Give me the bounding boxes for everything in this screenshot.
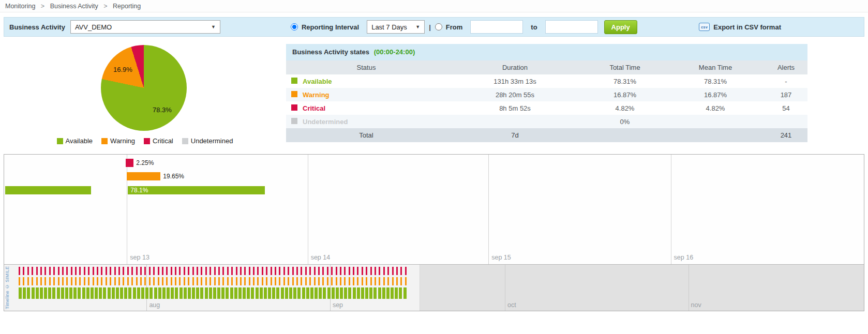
tick — [71, 267, 72, 275]
tick — [226, 287, 229, 299]
tick — [40, 267, 42, 275]
tick — [349, 277, 350, 285]
breadcrumb-business-activity[interactable]: Business Activity — [50, 3, 98, 10]
tick — [141, 287, 144, 299]
tick — [209, 267, 211, 275]
timeline-overview[interactable]: Timeline © SIMILE augsepoctnov — [4, 265, 864, 311]
legend-item-available: Available — [57, 137, 93, 145]
tick — [391, 287, 394, 299]
tick — [357, 267, 358, 275]
tick — [289, 287, 292, 299]
warning-bar-label: 19.65% — [163, 173, 184, 180]
tick — [268, 287, 271, 299]
tick — [302, 287, 305, 299]
total-time-cell: 4.82% — [583, 101, 666, 115]
column-header-alerts: Alerts — [765, 60, 807, 74]
tick — [162, 287, 166, 299]
from-label: From — [446, 23, 463, 31]
tick — [348, 287, 351, 299]
tick — [166, 277, 168, 285]
column-header-total-time: Total Time — [583, 60, 666, 74]
tick — [222, 267, 224, 275]
tick — [82, 287, 85, 299]
reporting-interval-select[interactable]: Last 7 Days ▼ — [367, 20, 425, 34]
tick — [53, 277, 55, 285]
tick — [214, 267, 216, 275]
tick — [340, 267, 341, 275]
tick — [373, 287, 377, 299]
export-csv-label: Export in CSV format — [713, 23, 781, 31]
critical-bar — [126, 159, 133, 167]
tick — [378, 287, 381, 299]
tick — [331, 277, 333, 285]
tick — [366, 277, 367, 285]
tick — [75, 277, 77, 285]
tick — [272, 287, 275, 299]
tick — [145, 287, 148, 299]
tick — [131, 267, 133, 275]
tick — [184, 287, 187, 299]
tick — [44, 287, 47, 299]
to-date-input[interactable] — [545, 20, 598, 34]
tick — [32, 277, 33, 285]
table-row-critical: Critical 8h 5m 52s 4.82% 4.82% 54 — [286, 101, 807, 115]
tick — [213, 287, 216, 299]
timeline-date-label: sep 14 — [311, 254, 331, 261]
export-csv-link[interactable]: csv Export in CSV format — [699, 23, 781, 31]
tick — [88, 267, 89, 275]
tick — [405, 267, 407, 275]
tick — [78, 287, 81, 299]
tick — [399, 287, 402, 299]
breadcrumb-separator: > — [103, 3, 107, 10]
critical-swatch — [144, 138, 150, 144]
column-header-duration: Duration — [446, 60, 583, 74]
column-header-status: Status — [286, 60, 446, 74]
custom-range-radio[interactable] — [435, 23, 442, 31]
tick — [71, 277, 72, 285]
from-date-input[interactable] — [470, 20, 523, 34]
timeline-main[interactable]: sep 13sep 14sep 15sep 162.25%19.65%78.1% — [4, 155, 864, 265]
tick — [158, 277, 159, 285]
tick — [108, 287, 111, 299]
tick — [140, 267, 142, 275]
breadcrumb-monitoring[interactable]: Monitoring — [5, 3, 35, 10]
status-label: Warning — [303, 91, 330, 99]
tick — [344, 277, 346, 285]
tick — [91, 287, 94, 299]
tick — [253, 277, 255, 285]
tick — [23, 287, 26, 299]
business-activity-select[interactable]: AVV_DEMO ▼ — [70, 20, 220, 34]
tick — [73, 287, 77, 299]
tick — [336, 287, 339, 299]
tick — [158, 267, 159, 275]
critical-swatch — [291, 104, 297, 111]
apply-button[interactable]: Apply — [604, 20, 637, 34]
tick — [166, 267, 168, 275]
tick — [236, 277, 237, 285]
tick — [84, 277, 85, 285]
alerts-cell: 54 — [765, 101, 807, 115]
tick — [357, 287, 360, 299]
timeline-date-label: sep 13 — [130, 254, 149, 261]
total-time-cell: 16.87% — [583, 88, 666, 101]
tick — [276, 287, 279, 299]
tick — [227, 267, 229, 275]
pie-chart: 16.9% 78.3% — [101, 45, 187, 131]
tick — [149, 267, 151, 275]
tick — [366, 267, 367, 275]
tick — [249, 267, 250, 275]
tick — [149, 277, 151, 285]
reporting-interval-label: Reporting Interval — [302, 23, 359, 31]
tick — [58, 267, 59, 275]
overview-month-label: aug — [149, 301, 160, 309]
tick — [230, 287, 233, 299]
tick — [260, 287, 263, 299]
toolbar: Business Activity AVV_DEMO ▼ Reporting I… — [4, 17, 864, 37]
tick — [153, 267, 155, 275]
tick — [79, 277, 81, 285]
reporting-interval-radio[interactable] — [291, 23, 298, 31]
tick — [106, 277, 107, 285]
duration-cell: 8h 5m 52s — [446, 101, 583, 115]
tick — [271, 267, 272, 275]
tick — [127, 267, 129, 275]
